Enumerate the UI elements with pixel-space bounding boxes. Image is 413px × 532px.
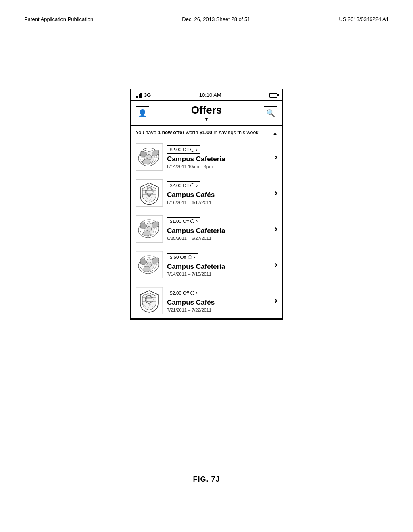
offer-chevron-right-icon[interactable]: › (275, 295, 277, 306)
search-button[interactable]: 🔍 (264, 106, 277, 120)
offer-date: 6/25/2011 – 6/27/2011 (167, 236, 271, 241)
signal-area: 3G (136, 92, 151, 98)
offer-image (136, 143, 163, 171)
offers-list: $2.00 Off›Campus Cafeteria6/14/2011 10am… (131, 139, 282, 319)
offer-chevron-right-icon[interactable]: › (275, 188, 277, 198)
dropdown-arrow-icon[interactable]: ▼ (149, 116, 264, 122)
offer-content: $2.00 Off›Campus Cafés6/16/2011 – 6/17/2… (167, 181, 271, 205)
phone-mockup: 3G 10:10 AM 👤 Offers ▼ 🔍 You have 1 new … (130, 89, 283, 320)
time-display: 10:10 AM (199, 92, 221, 98)
badge-arrow-icon: › (196, 290, 198, 296)
offer-name: Campus Cafés (167, 191, 271, 199)
badge-circle-icon (190, 291, 194, 295)
badge-circle-icon (190, 219, 194, 223)
badge-arrow-icon: › (196, 147, 198, 152)
offer-date: 6/14/2011 10am – 4pm (167, 164, 271, 169)
network-label: 3G (144, 92, 151, 98)
patent-header-left: Patent Application Publication (24, 16, 93, 22)
offer-content: $2.00 Off›Campus Cafeteria6/14/2011 10am… (167, 145, 271, 169)
status-bar: 3G 10:10 AM (131, 89, 282, 101)
offer-item[interactable]: $2.00 Off›Campus Cafés6/16/2011 – 6/17/2… (131, 175, 282, 211)
badge-arrow-icon: › (194, 254, 195, 260)
figure-label: FIG. 7J (193, 475, 220, 484)
badge-arrow-icon: › (196, 183, 198, 188)
offer-name: Campus Cafeteria (167, 227, 271, 235)
offer-badge: $2.00 Off› (167, 181, 200, 189)
offer-date: 6/16/2011 – 6/17/2011 (167, 200, 271, 205)
profile-icon: 👤 (138, 109, 147, 118)
offer-date: 7/21/2011 – 7/22/2011 (167, 308, 271, 312)
offer-badge: $2.00 Off› (167, 289, 200, 297)
nav-bar: 👤 Offers ▼ 🔍 (131, 101, 282, 126)
badge-circle-icon (190, 148, 194, 152)
notification-text: You have 1 new offer worth $1.00 in savi… (136, 130, 260, 135)
patent-header-center: Dec. 26, 2013 Sheet 28 of 51 (182, 16, 250, 22)
notification-bar: You have 1 new offer worth $1.00 in savi… (131, 126, 282, 139)
offer-content: $2.00 Off›Campus Cafés7/21/2011 – 7/22/2… (167, 289, 271, 312)
offer-image (136, 179, 163, 207)
offer-item[interactable]: $2.00 Off›Campus Cafeteria6/14/2011 10am… (131, 139, 282, 175)
badge-arrow-icon: › (196, 218, 198, 224)
offer-item[interactable]: $.50 Off›Campus Cafeteria7/14/2011 – 7/1… (131, 247, 282, 283)
offer-item[interactable]: $2.00 Off›Campus Cafés7/21/2011 – 7/22/2… (131, 283, 282, 319)
offer-badge: $2.00 Off› (167, 145, 200, 154)
offer-date: 7/14/2011 – 7/15/2011 (167, 272, 271, 276)
offer-badge: $1.00 Off› (167, 217, 200, 225)
nav-title-area: Offers ▼ (149, 104, 264, 122)
offer-chevron-right-icon[interactable]: › (275, 260, 277, 270)
offer-name: Campus Cafeteria (167, 263, 271, 271)
offer-chevron-right-icon[interactable]: › (275, 224, 277, 234)
expand-icon[interactable]: ⤓ (272, 129, 277, 136)
nav-title: Offers (149, 104, 264, 116)
badge-circle-icon (188, 255, 192, 259)
offer-chevron-right-icon[interactable]: › (275, 152, 277, 162)
patent-header-right: US 2013/0346224 A1 (339, 16, 389, 22)
battery-icon (269, 93, 277, 98)
profile-button[interactable]: 👤 (136, 106, 149, 120)
offer-image (136, 215, 163, 243)
offer-name: Campus Cafés (167, 299, 271, 307)
offer-image (136, 251, 163, 278)
offer-item[interactable]: $1.00 Off›Campus Cafeteria6/25/2011 – 6/… (131, 211, 282, 247)
offer-image (136, 287, 163, 314)
badge-circle-icon (190, 183, 194, 187)
search-icon: 🔍 (266, 109, 275, 118)
offer-content: $1.00 Off›Campus Cafeteria6/25/2011 – 6/… (167, 217, 271, 241)
offer-name: Campus Cafeteria (167, 155, 271, 163)
patent-header: Patent Application Publication Dec. 26, … (24, 16, 389, 22)
offer-content: $.50 Off›Campus Cafeteria7/14/2011 – 7/1… (167, 253, 271, 276)
signal-icon (136, 92, 142, 98)
offer-badge: $.50 Off› (167, 253, 198, 261)
